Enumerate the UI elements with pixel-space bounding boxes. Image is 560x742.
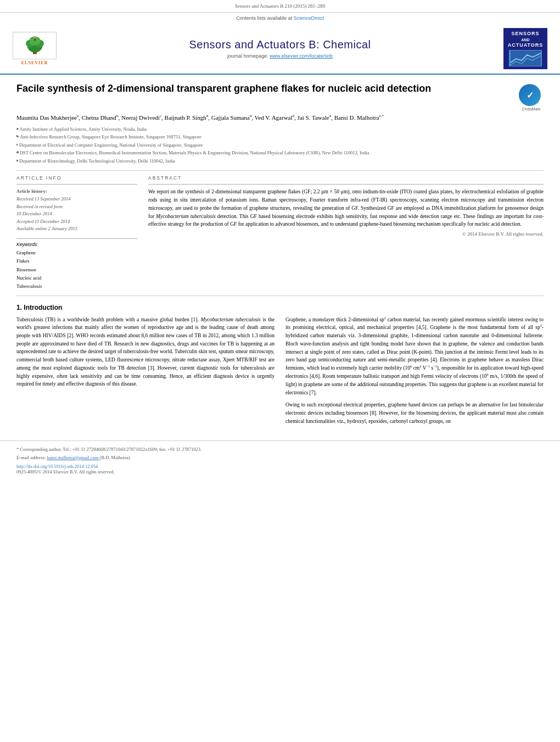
affil-e-text: Department of Biotechnology, Delhi Techn… <box>19 158 175 165</box>
affil-c-text: Department of Electrical and Computer En… <box>19 142 203 149</box>
doi-link[interactable]: http://dx.doi.org/10.1016/j.snb.2014.12.… <box>16 464 98 469</box>
email-note: (B.D. Malhotra). <box>100 455 131 460</box>
kw-nucleic-acid: Nucleic acid <box>16 274 137 282</box>
crossmark-label: CrossMark <box>519 107 544 111</box>
intro-two-col: Tuberculosis (TB) is a worldwide health … <box>16 316 544 430</box>
accepted-date: Accepted 11 December 2014 <box>16 218 137 226</box>
affil-a: a Amity Institute of Applied Sciences, A… <box>16 126 544 133</box>
author-sup-d3: d <box>293 114 295 118</box>
abstract-text: We report on the synthesis of 2-dimensio… <box>148 188 544 228</box>
available-date: Available online 2 January 2015 <box>16 225 137 233</box>
page: Sensors and Actuators B 210 (2015) 281–2… <box>0 0 560 742</box>
author-sup-d4: d <box>329 114 332 118</box>
affiliations-block: a Amity Institute of Applied Sciences, A… <box>16 126 544 165</box>
affil-d-text: DST Centre on Biomolecular Electronics, … <box>20 149 369 157</box>
intro-right-col: Graphene, a monolayer thick 2-dimensiona… <box>285 316 544 430</box>
abstract-col: ABSTRACT We report on the synthesis of 2… <box>148 175 544 291</box>
author-sup-d2: d <box>250 114 252 118</box>
kw-tuberculosis: Tuberculosis <box>16 282 137 291</box>
kw-flakes: Flakes <box>16 257 137 265</box>
revised-label: Received in revised form <box>16 203 137 211</box>
divider-2 <box>16 295 544 296</box>
crossmark-icon: ✓ <box>519 84 541 106</box>
authors-line: Maumita Das Mukherjeea, Chetna Dhandb, N… <box>16 113 544 122</box>
email-label: E-mail address: <box>16 455 46 460</box>
kw-biosensor: Biosensor <box>16 266 137 274</box>
affil-b: b Anti-Infectives Research Group, Singap… <box>16 133 544 141</box>
actuators-text: AcTuators <box>508 42 544 49</box>
crossmark-logo[interactable]: ✓ CrossMark <box>519 84 544 109</box>
article-info-divider <box>16 184 137 185</box>
author-sup-a: a <box>77 114 79 118</box>
affil-c: c Department of Electrical and Computer … <box>16 142 544 149</box>
and-text: and <box>521 37 529 42</box>
journal-homepage: journal homepage: www.elsevier.com/locat… <box>59 53 501 59</box>
issn-line: 0925-4005/© 2014 Elsevier B.V. All right… <box>16 469 544 475</box>
journal-title: Sensors and Actuators B: Chemical <box>59 38 501 51</box>
author-sup-b: b <box>116 114 119 118</box>
abstract-header: ABSTRACT <box>148 175 544 181</box>
article-info-col: ARTICLE INFO Article history: Received 1… <box>16 175 137 291</box>
journal-title-center: Sensors and Actuators B: Chemical journa… <box>59 38 501 59</box>
journal-citation: Sensors and Actuators B 210 (2015) 281–2… <box>235 3 325 9</box>
citation-bar: Sensors and Actuators B 210 (2015) 281–2… <box>0 0 560 13</box>
kw-graphene: Graphene <box>16 249 137 257</box>
main-content: Facile synthesis of 2-dimensional transp… <box>0 75 560 435</box>
elsevier-logo: ELSEVIER <box>10 32 59 65</box>
elsevier-brand-text: ELSEVIER <box>21 60 48 65</box>
article-info-block: Article history: Received 13 September 2… <box>16 188 137 233</box>
intro-para-1: Tuberculosis (TB) is a worldwide health … <box>16 316 275 388</box>
article-title-section: Facile synthesis of 2-dimensional transp… <box>16 82 544 109</box>
sciencedirect-link[interactable]: ScienceDirect <box>294 15 324 21</box>
intro-section: 1. Introduction Tuberculosis (TB) is a w… <box>16 304 544 430</box>
intro-para-2: Graphene, a monolayer thick 2-dimensiona… <box>285 316 544 397</box>
article-info-abstract-section: ARTICLE INFO Article history: Received 1… <box>16 175 544 291</box>
intro-section-title: 1. Introduction <box>16 304 544 311</box>
svg-rect-6 <box>34 38 36 41</box>
sensors-logo-image <box>509 50 542 66</box>
abstract-divider <box>148 184 544 185</box>
doi-line: http://dx.doi.org/10.1016/j.snb.2014.12.… <box>16 464 544 469</box>
received-date: Received 13 September 2014 <box>16 196 137 203</box>
keywords-divider <box>16 238 137 239</box>
email-line: E-mail address: bansi.malhotra@gmail.com… <box>16 454 544 461</box>
affil-d: d DST Centre on Biomolecular Electronics… <box>16 149 544 157</box>
keywords-header: Keywords: <box>16 242 137 247</box>
article-info-header: ARTICLE INFO <box>16 175 137 181</box>
sensors-text: SENSORS <box>511 31 539 37</box>
article-title: Facile synthesis of 2-dimensional transp… <box>16 82 511 95</box>
homepage-link[interactable]: www.elsevier.com/locate/snb <box>270 53 333 59</box>
sensors-chart-icon <box>511 51 541 66</box>
author-sup-c: c <box>160 114 161 118</box>
author-sup-e: e,* <box>379 114 384 118</box>
history-label: Article history: <box>16 188 137 196</box>
contents-bar: Contents lists available at ScienceDirec… <box>0 13 560 24</box>
intro-para-3: Owing to such exceptional electrical pro… <box>285 401 544 425</box>
author-email-link[interactable]: bansi.malhotra@gmail.com <box>47 455 99 460</box>
sensors-logo-box: SENSORS and AcTuators <box>503 28 547 69</box>
revised-date: 10 December 2014 <box>16 210 137 218</box>
affil-e: e Department of Biotechnology, Delhi Tec… <box>16 158 544 165</box>
keywords-block: Keywords: Graphene Flakes Biosensor Nucl… <box>16 238 137 291</box>
copyright-line: © 2014 Elsevier B.V. All rights reserved… <box>148 231 544 237</box>
page-footer: * Corresponding author. Tel.: +91 11 272… <box>0 440 560 479</box>
affil-b-text: Anti-Infectives Research Group, Singapor… <box>20 133 201 141</box>
footer-footnotes: * Corresponding author. Tel.: +91 11 272… <box>16 445 544 461</box>
journal-header: ELSEVIER Sensors and Actuators B: Chemic… <box>0 24 560 75</box>
sensors-actuators-logo: SENSORS and AcTuators <box>501 28 550 69</box>
author-sup-d1: d <box>206 114 209 118</box>
svg-point-5 <box>33 36 36 38</box>
keywords-list: Graphene Flakes Biosensor Nucleic acid T… <box>16 249 137 291</box>
corresponding-label: * Corresponding author. Tel.: +91 11 272… <box>16 447 201 452</box>
elsevier-tree-icon <box>20 35 50 56</box>
affil-a-text: Amity Institute of Applied Sciences, Ami… <box>20 126 147 133</box>
intro-left-col: Tuberculosis (TB) is a worldwide health … <box>16 316 275 430</box>
elsevier-logo-box <box>13 32 57 59</box>
divider-1 <box>16 170 544 171</box>
contents-label: Contents lists available at <box>236 15 292 21</box>
corresponding-author-note: * Corresponding author. Tel.: +91 11 272… <box>16 445 544 453</box>
